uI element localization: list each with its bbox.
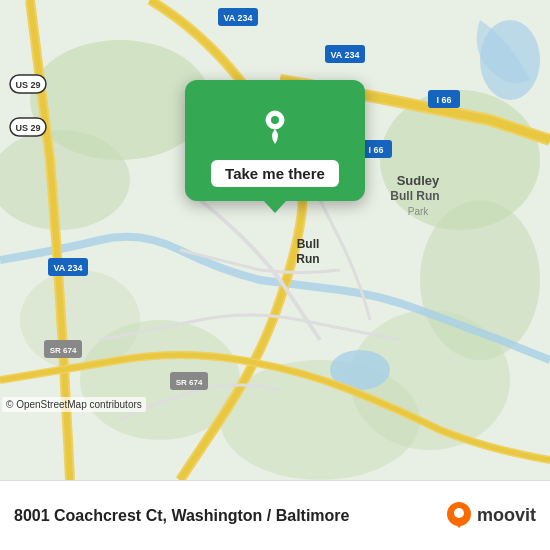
svg-text:Bull Run: Bull Run bbox=[390, 189, 439, 203]
svg-text:VA 234: VA 234 bbox=[223, 13, 252, 23]
svg-text:US 29: US 29 bbox=[15, 123, 40, 133]
svg-text:Park: Park bbox=[408, 206, 430, 217]
map-attribution: © OpenStreetMap contributors bbox=[2, 397, 146, 412]
address-label: 8001 Coachcrest Ct, Washington / Baltimo… bbox=[14, 507, 349, 525]
svg-point-36 bbox=[271, 116, 279, 124]
location-pin-icon bbox=[251, 100, 299, 148]
map-container: VA 234 VA 234 US 29 US 29 I 66 I 66 VA 2… bbox=[0, 0, 550, 480]
svg-text:US 29: US 29 bbox=[15, 80, 40, 90]
take-me-there-button[interactable]: Take me there bbox=[211, 160, 339, 187]
moovit-logo: moovit bbox=[445, 502, 536, 530]
moovit-brand-name: moovit bbox=[477, 505, 536, 526]
svg-text:SR 674: SR 674 bbox=[176, 378, 203, 387]
bottom-bar: 8001 Coachcrest Ct, Washington / Baltimo… bbox=[0, 480, 550, 550]
moovit-pin-icon bbox=[445, 502, 473, 530]
svg-text:I 66: I 66 bbox=[436, 95, 451, 105]
svg-text:SR 674: SR 674 bbox=[50, 346, 77, 355]
svg-text:Run: Run bbox=[296, 252, 319, 266]
svg-text:VA 234: VA 234 bbox=[53, 263, 82, 273]
svg-text:I 66: I 66 bbox=[368, 145, 383, 155]
svg-text:Sudley: Sudley bbox=[397, 173, 440, 188]
svg-text:VA 234: VA 234 bbox=[330, 50, 359, 60]
svg-point-38 bbox=[454, 508, 464, 518]
svg-text:Bull: Bull bbox=[297, 237, 320, 251]
popup-card[interactable]: Take me there bbox=[185, 80, 365, 201]
